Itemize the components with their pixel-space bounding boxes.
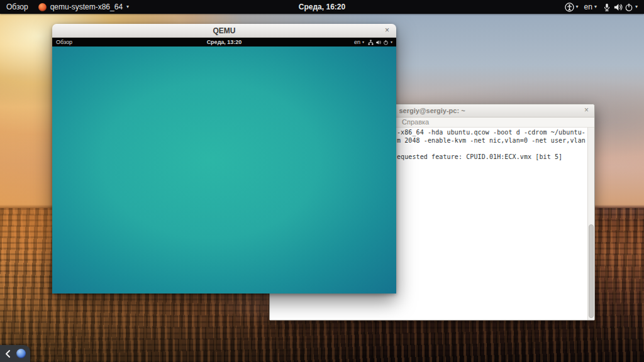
guest-desktop-display[interactable] [52, 47, 396, 293]
accessibility-menu[interactable]: ▾ [565, 3, 579, 12]
chevron-down-icon: ▾ [576, 4, 579, 9]
app-menu-label: qemu-system-x86_64 [50, 3, 123, 11]
terminal-scrollbar[interactable] [587, 128, 594, 320]
volume-icon [613, 3, 623, 12]
host-topbar: Обзор qemu-system-x86_64 ▾ Среда, 16:20 … [0, 0, 644, 14]
activities-button[interactable]: Обзор [6, 3, 28, 11]
guest-system-status-menu[interactable]: ▾ [368, 40, 392, 45]
qemu-app-icon [38, 3, 47, 11]
guest-topbar: Обзор Среда, 13:20 en ▾ [52, 38, 396, 47]
terminal-scrollbar-thumb[interactable] [589, 224, 594, 318]
terminal-output-line: equested feature: CPUID.01H:ECX.vmx [bit… [397, 153, 586, 161]
qemu-window-title: QEMU [213, 26, 236, 35]
app-menu-button[interactable]: qemu-system-x86_64 ▾ [38, 3, 129, 11]
terminal-output-line: -x86_64 -hda ubuntu.qcow -boot d -cdrom … [397, 128, 586, 136]
language-menu[interactable]: en ▾ [584, 3, 597, 11]
guest-clock[interactable]: Среда, 13:20 [52, 39, 396, 45]
terminal-output-line: m 2048 -enable-kvm -net nic,vlan=0 -net … [397, 136, 586, 145]
chevron-down-icon: ▾ [362, 40, 364, 44]
chevron-down-icon: ▾ [126, 4, 129, 9]
chevron-down-icon: ▾ [594, 4, 597, 9]
terminal-output-text: -x86_64 -hda ubuntu.qcow -boot d -cdrom … [397, 128, 586, 161]
network-icon [368, 40, 374, 45]
browser-sphere-icon[interactable] [16, 349, 26, 358]
terminal-title: sergiy@sergiy-pc: ~ [399, 107, 465, 114]
terminal-output-line [397, 145, 586, 153]
back-chevron-icon[interactable] [4, 349, 11, 358]
bottom-nav-pill [0, 345, 30, 362]
system-status-menu[interactable]: ▾ [602, 3, 638, 12]
microphone-icon [602, 3, 611, 12]
desktop: sergiy@sergiy-pc: ~ × Справка -x86_64 -h… [0, 0, 644, 362]
guest-activities-button[interactable]: Обзор [56, 39, 72, 45]
power-icon [625, 3, 633, 12]
chevron-down-icon: ▾ [391, 40, 392, 44]
terminal-menu-help[interactable]: Справка [402, 118, 429, 126]
qemu-close-icon[interactable]: × [385, 26, 389, 34]
volume-icon [375, 40, 381, 45]
chevron-down-icon: ▾ [635, 4, 638, 9]
terminal-close-icon[interactable]: × [584, 106, 589, 114]
language-label: en [584, 3, 592, 11]
power-icon [383, 40, 389, 45]
qemu-window: QEMU × Обзор Среда, 13:20 en ▾ [52, 24, 396, 293]
guest-language-menu[interactable]: en ▾ [354, 39, 364, 45]
qemu-titlebar[interactable]: QEMU × [52, 24, 396, 38]
accessibility-icon [565, 3, 574, 12]
